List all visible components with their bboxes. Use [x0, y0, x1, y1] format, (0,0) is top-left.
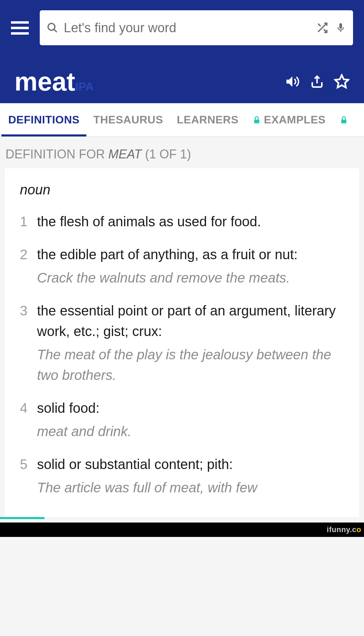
definition-text: the essential point or part of an argume…	[37, 300, 344, 341]
star-icon[interactable]	[334, 74, 350, 89]
svg-point-0	[48, 23, 55, 30]
definition-item: 4 solid food: meat and drink.	[20, 398, 344, 442]
definition-number: 3	[20, 300, 37, 385]
tab-learners[interactable]: LEARNERS	[170, 103, 245, 136]
definition-list: 1 the flesh of animals as used for food.…	[20, 211, 344, 498]
search-input[interactable]	[64, 21, 309, 35]
ipa-badge: IPA	[75, 80, 94, 93]
footer-watermark: ifunny.co	[0, 523, 364, 537]
definition-example: meat and drink.	[37, 421, 344, 442]
definition-example: Crack the walnuts and remove the meats.	[37, 267, 344, 288]
part-of-speech: noun	[20, 182, 344, 197]
shuffle-icon[interactable]	[316, 22, 328, 34]
definition-number: 1	[20, 211, 37, 232]
svg-rect-4	[254, 119, 259, 123]
tab-examples-label: EXAMPLES	[264, 113, 326, 126]
definition-text: solid food:	[37, 398, 344, 418]
definition-item: 1 the flesh of animals as used for food.	[20, 211, 344, 232]
definition-item: 3 the essential point or part of an argu…	[20, 300, 344, 385]
svg-marker-3	[335, 75, 348, 87]
svg-rect-5	[341, 119, 346, 123]
word-bar: meat IPA	[11, 53, 353, 103]
definition-example: The meat of the play is the jealousy bet…	[37, 344, 344, 385]
definition-number: 4	[20, 398, 37, 442]
headword: meat	[14, 67, 75, 96]
definition-text: the flesh of animals as used for food.	[37, 211, 344, 232]
lock-icon	[339, 115, 348, 125]
lock-icon	[252, 115, 261, 125]
definition-item: 5 solid or substantial content; pith: Th…	[20, 454, 344, 498]
top-bar	[11, 10, 353, 53]
tab-examples[interactable]: EXAMPLES	[245, 103, 332, 136]
header: meat IPA	[0, 0, 364, 103]
progress-strip	[0, 517, 45, 519]
definition-card: noun 1 the flesh of animals as used for …	[5, 168, 359, 517]
svg-line-1	[54, 29, 57, 32]
definition-number: 2	[20, 244, 37, 288]
definition-heading: DEFINITION FOR MEAT (1 OF 1)	[0, 137, 364, 168]
tabs: DEFINITIONS THESAURUS LEARNERS EXAMPLES	[0, 103, 364, 137]
word-actions	[284, 74, 350, 89]
definition-text: solid or substantial content; pith:	[37, 454, 344, 475]
speaker-icon[interactable]	[284, 74, 300, 89]
tab-locked-more[interactable]	[332, 105, 350, 135]
word-container: meat IPA	[14, 67, 94, 96]
search-box[interactable]	[40, 10, 353, 45]
menu-icon[interactable]	[11, 21, 29, 35]
tab-thesaurus[interactable]: THESAURUS	[86, 103, 170, 136]
definition-number: 5	[20, 454, 37, 498]
definition-item: 2 the edible part of anything, as a frui…	[20, 244, 344, 288]
share-icon[interactable]	[310, 74, 324, 89]
tab-definitions[interactable]: DEFINITIONS	[1, 103, 86, 136]
definition-text: the edible part of anything, as a fruit …	[37, 244, 344, 265]
definition-example: The article was full of meat, with few	[37, 477, 344, 498]
mic-icon[interactable]	[335, 21, 346, 35]
search-icon	[47, 22, 58, 34]
